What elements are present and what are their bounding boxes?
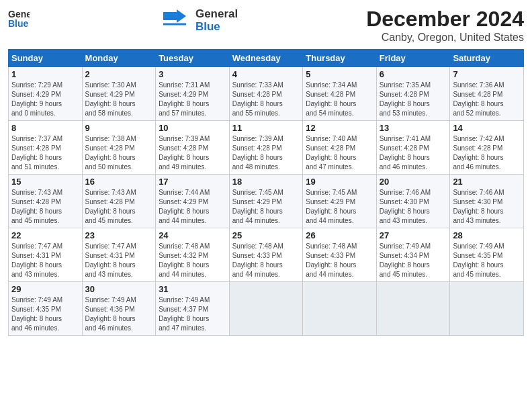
table-row: 21Sunrise: 7:46 AMSunset: 4:30 PMDayligh… (450, 175, 524, 228)
day-number: 21 (453, 177, 521, 187)
day-number: 5 (306, 69, 373, 79)
col-thursday: Thursday (303, 50, 377, 67)
table-row: 24Sunrise: 7:48 AMSunset: 4:32 PMDayligh… (156, 228, 230, 282)
calendar-table: Sunday Monday Tuesday Wednesday Thursday… (8, 49, 524, 336)
day-info: Sunrise: 7:49 AMSunset: 4:37 PMDaylight:… (159, 295, 226, 333)
day-number: 13 (380, 123, 447, 133)
day-number: 10 (159, 123, 226, 133)
day-number: 30 (85, 284, 153, 294)
table-row: 31Sunrise: 7:49 AMSunset: 4:37 PMDayligh… (156, 282, 230, 336)
svg-marker-3 (163, 9, 186, 23)
day-info: Sunrise: 7:34 AMSunset: 4:28 PMDaylight:… (306, 81, 373, 118)
table-row (229, 282, 303, 336)
logo-blue: Blue (195, 21, 238, 34)
table-row: 7Sunrise: 7:36 AMSunset: 4:28 PMDaylight… (450, 67, 524, 121)
day-info: Sunrise: 7:45 AMSunset: 4:29 PMDaylight:… (306, 188, 373, 226)
table-row: 16Sunrise: 7:43 AMSunset: 4:28 PMDayligh… (82, 175, 156, 228)
table-row: 29Sunrise: 7:49 AMSunset: 4:35 PMDayligh… (9, 282, 83, 336)
day-number: 2 (85, 69, 153, 79)
day-number: 25 (232, 230, 300, 240)
day-number: 3 (159, 69, 226, 79)
svg-text:Blue: Blue (8, 18, 29, 28)
day-info: Sunrise: 7:37 AMSunset: 4:28 PMDaylight:… (11, 134, 79, 172)
table-row: 1Sunrise: 7:29 AMSunset: 4:29 PMDaylight… (9, 67, 83, 121)
table-row (450, 282, 524, 336)
day-info: Sunrise: 7:49 AMSunset: 4:35 PMDaylight:… (453, 242, 521, 279)
table-row: 20Sunrise: 7:46 AMSunset: 4:30 PMDayligh… (376, 175, 450, 228)
table-row: 13Sunrise: 7:41 AMSunset: 4:28 PMDayligh… (376, 121, 450, 175)
title-block: December 2024 Canby, Oregon, United Stat… (366, 7, 524, 44)
table-row: 19Sunrise: 7:45 AMSunset: 4:29 PMDayligh… (303, 175, 377, 228)
table-row: 8Sunrise: 7:37 AMSunset: 4:28 PMDaylight… (9, 121, 83, 175)
day-number: 4 (232, 69, 300, 79)
table-row: 11Sunrise: 7:39 AMSunset: 4:28 PMDayligh… (229, 121, 303, 175)
generalblue-logo-graphic (158, 7, 191, 32)
calendar-week-row: 8Sunrise: 7:37 AMSunset: 4:28 PMDaylight… (9, 121, 524, 175)
day-number: 19 (306, 177, 373, 187)
table-row: 10Sunrise: 7:39 AMSunset: 4:28 PMDayligh… (156, 121, 230, 175)
col-saturday: Saturday (450, 50, 524, 67)
day-info: Sunrise: 7:30 AMSunset: 4:29 PMDaylight:… (85, 81, 153, 118)
day-number: 16 (85, 177, 153, 187)
calendar-header-row: Sunday Monday Tuesday Wednesday Thursday… (9, 50, 524, 67)
day-info: Sunrise: 7:33 AMSunset: 4:28 PMDaylight:… (232, 81, 300, 118)
col-tuesday: Tuesday (156, 50, 230, 67)
logo-icon: General Blue (8, 7, 30, 28)
day-number: 9 (85, 123, 153, 133)
table-row: 28Sunrise: 7:49 AMSunset: 4:35 PMDayligh… (450, 228, 524, 282)
day-number: 18 (232, 177, 300, 187)
day-number: 17 (159, 177, 226, 187)
day-number: 6 (380, 69, 447, 79)
calendar-week-row: 22Sunrise: 7:47 AMSunset: 4:31 PMDayligh… (9, 228, 524, 282)
day-info: Sunrise: 7:39 AMSunset: 4:28 PMDaylight:… (159, 134, 226, 172)
day-info: Sunrise: 7:49 AMSunset: 4:34 PMDaylight:… (380, 242, 447, 279)
day-info: Sunrise: 7:45 AMSunset: 4:29 PMDaylight:… (232, 188, 300, 226)
day-info: Sunrise: 7:47 AMSunset: 4:31 PMDaylight:… (11, 242, 79, 279)
day-info: Sunrise: 7:46 AMSunset: 4:30 PMDaylight:… (453, 188, 521, 226)
col-friday: Friday (376, 50, 450, 67)
day-number: 14 (453, 123, 521, 133)
table-row: 26Sunrise: 7:48 AMSunset: 4:33 PMDayligh… (303, 228, 377, 282)
day-number: 12 (306, 123, 373, 133)
table-row (376, 282, 450, 336)
table-row: 3Sunrise: 7:31 AMSunset: 4:29 PMDaylight… (156, 67, 230, 121)
calendar-week-row: 29Sunrise: 7:49 AMSunset: 4:35 PMDayligh… (9, 282, 524, 336)
day-number: 28 (453, 230, 521, 240)
day-info: Sunrise: 7:39 AMSunset: 4:28 PMDaylight:… (232, 134, 300, 172)
day-info: Sunrise: 7:40 AMSunset: 4:28 PMDaylight:… (306, 134, 373, 172)
table-row: 2Sunrise: 7:30 AMSunset: 4:29 PMDaylight… (82, 67, 156, 121)
table-row: 22Sunrise: 7:47 AMSunset: 4:31 PMDayligh… (9, 228, 83, 282)
day-info: Sunrise: 7:48 AMSunset: 4:33 PMDaylight:… (232, 242, 300, 279)
day-number: 11 (232, 123, 300, 133)
day-info: Sunrise: 7:43 AMSunset: 4:28 PMDaylight:… (85, 188, 153, 226)
col-wednesday: Wednesday (229, 50, 303, 67)
day-info: Sunrise: 7:43 AMSunset: 4:28 PMDaylight:… (11, 188, 79, 226)
day-number: 15 (11, 177, 79, 187)
table-row: 18Sunrise: 7:45 AMSunset: 4:29 PMDayligh… (229, 175, 303, 228)
calendar-week-row: 1Sunrise: 7:29 AMSunset: 4:29 PMDaylight… (9, 67, 524, 121)
day-info: Sunrise: 7:49 AMSunset: 4:35 PMDaylight:… (11, 295, 79, 333)
day-number: 7 (453, 69, 521, 79)
day-info: Sunrise: 7:46 AMSunset: 4:30 PMDaylight:… (380, 188, 447, 226)
day-info: Sunrise: 7:48 AMSunset: 4:32 PMDaylight:… (159, 242, 226, 279)
day-number: 1 (11, 69, 79, 79)
day-info: Sunrise: 7:47 AMSunset: 4:31 PMDaylight:… (85, 242, 153, 279)
table-row: 4Sunrise: 7:33 AMSunset: 4:28 PMDaylight… (229, 67, 303, 121)
logo-general: General (195, 8, 238, 21)
day-number: 27 (380, 230, 447, 240)
day-info: Sunrise: 7:48 AMSunset: 4:33 PMDaylight:… (306, 242, 373, 279)
day-info: Sunrise: 7:31 AMSunset: 4:29 PMDaylight:… (159, 81, 226, 118)
table-row: 12Sunrise: 7:40 AMSunset: 4:28 PMDayligh… (303, 121, 377, 175)
table-row: 5Sunrise: 7:34 AMSunset: 4:28 PMDaylight… (303, 67, 377, 121)
day-number: 24 (159, 230, 226, 240)
page-subtitle: Canby, Oregon, United States (366, 32, 524, 44)
page-container: General Blue General Blue (0, 0, 532, 342)
day-number: 29 (11, 284, 79, 294)
day-info: Sunrise: 7:42 AMSunset: 4:28 PMDaylight:… (453, 134, 521, 172)
day-number: 8 (11, 123, 79, 133)
table-row: 15Sunrise: 7:43 AMSunset: 4:28 PMDayligh… (9, 175, 83, 228)
day-number: 31 (159, 284, 226, 294)
calendar-week-row: 15Sunrise: 7:43 AMSunset: 4:28 PMDayligh… (9, 175, 524, 228)
col-sunday: Sunday (9, 50, 83, 67)
day-number: 23 (85, 230, 153, 240)
